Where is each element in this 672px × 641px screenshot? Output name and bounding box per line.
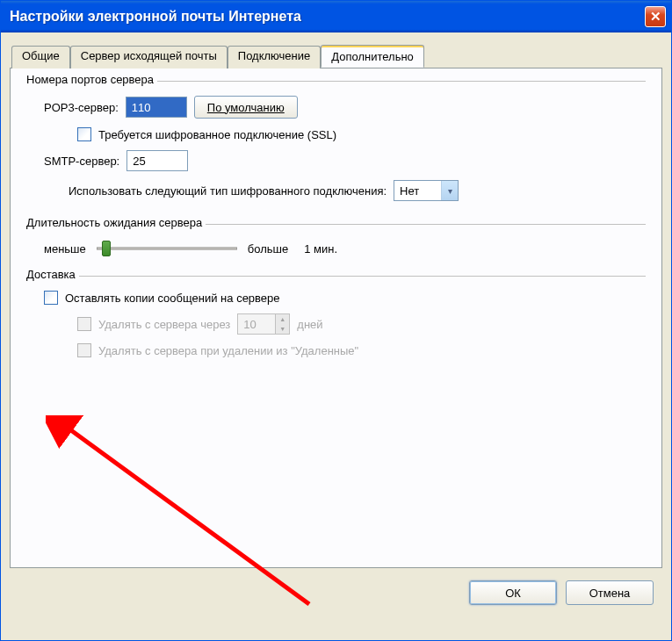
close-icon: ✕: [650, 9, 661, 25]
timeout-less-label: меньше: [44, 242, 86, 256]
encryption-row: Использовать следующий тип шифрованного …: [69, 180, 644, 201]
cancel-button[interactable]: Отмена: [566, 580, 654, 605]
spinner-down-icon: ▼: [275, 324, 289, 334]
encryption-value: Нет: [400, 184, 419, 198]
group-delivery: Доставка Оставлять копии сообщений на се…: [26, 276, 646, 373]
group-delivery-legend: Доставка: [26, 268, 79, 281]
default-ports-button[interactable]: По умолчанию: [194, 96, 298, 119]
pop3-label: POP3-сервер:: [44, 101, 119, 114]
tab-connection[interactable]: Подключение: [228, 46, 321, 68]
timeout-row: меньше больше 1 мин.: [44, 239, 644, 258]
smtp-row: SMTP-сервер:: [44, 150, 644, 171]
window-title: Настройки электронной почты Интернета: [10, 9, 301, 25]
timeout-slider[interactable]: [97, 239, 237, 258]
remove-after-checkbox: [77, 317, 91, 331]
spinner-up-icon: ▲: [275, 314, 289, 324]
remove-when-deleted-label: Удалять с сервера при удалении из "Удале…: [98, 344, 358, 357]
titlebar: Настройки электронной почты Интернета ✕: [1, 1, 671, 32]
remove-when-deleted-checkbox: [77, 343, 91, 357]
remove-after-days-value: 10: [243, 318, 256, 331]
timeout-more-label: больше: [248, 242, 288, 256]
remove-after-label: Удалять с сервера через: [98, 318, 230, 331]
default-ports-button-label: По умолчанию: [207, 101, 285, 114]
remove-after-days-spinner: 10 ▲ ▼: [237, 313, 290, 335]
ssl-checkbox-label: Требуется шифрованное подключение (SSL): [98, 128, 336, 141]
encryption-select[interactable]: Нет ▾: [394, 180, 459, 201]
remove-after-row: Удалять с сервера через 10 ▲ ▼ дней: [77, 313, 644, 335]
leave-copy-row: Оставлять копии сообщений на сервере: [44, 291, 644, 305]
tabs-wrap: Общие Сервер исходящей почты Подключение…: [10, 45, 662, 568]
pop3-port-input[interactable]: [126, 97, 187, 118]
group-timeout-legend: Длительность ожидания сервера: [26, 216, 206, 229]
pop3-row: POP3-сервер: По умолчанию: [44, 96, 644, 119]
tab-outgoing[interactable]: Сервер исходящей почты: [70, 46, 228, 68]
group-server-ports: Номера портов сервера POP3-сервер: По ум…: [26, 81, 646, 217]
encryption-label: Использовать следующий тип шифрованного …: [69, 184, 387, 198]
chevron-down-icon: ▾: [441, 181, 458, 200]
dialog-buttons: ОК Отмена: [10, 568, 662, 605]
client-area: Общие Сервер исходящей почты Подключение…: [1, 32, 671, 640]
ssl-row: Требуется шифрованное подключение (SSL): [77, 127, 644, 141]
slider-thumb[interactable]: [102, 241, 111, 256]
close-button[interactable]: ✕: [645, 6, 666, 27]
tab-panel-advanced: Номера портов сервера POP3-сервер: По ум…: [10, 68, 662, 568]
group-timeout: Длительность ожидания сервера меньше бол…: [26, 224, 646, 269]
leave-copy-label: Оставлять копии сообщений на сервере: [65, 292, 280, 305]
tab-advanced[interactable]: Дополнительно: [321, 45, 424, 68]
slider-track: [97, 248, 237, 250]
ok-button[interactable]: ОК: [469, 580, 557, 605]
ssl-checkbox[interactable]: [77, 127, 91, 141]
remove-when-deleted-row: Удалять с сервера при удалении из "Удале…: [77, 343, 644, 357]
dialog-window: Настройки электронной почты Интернета ✕ …: [0, 0, 672, 641]
remove-after-days-unit: дней: [297, 318, 322, 331]
tab-general[interactable]: Общие: [11, 46, 70, 68]
group-server-ports-legend: Номера портов сервера: [26, 73, 157, 86]
tabs: Общие Сервер исходящей почты Подключение…: [10, 45, 662, 68]
timeout-value: 1 мин.: [304, 242, 337, 256]
spinner-buttons: ▲ ▼: [275, 314, 289, 334]
leave-copy-checkbox[interactable]: [44, 291, 58, 305]
smtp-label: SMTP-сервер:: [44, 155, 119, 168]
smtp-port-input[interactable]: [126, 150, 188, 171]
